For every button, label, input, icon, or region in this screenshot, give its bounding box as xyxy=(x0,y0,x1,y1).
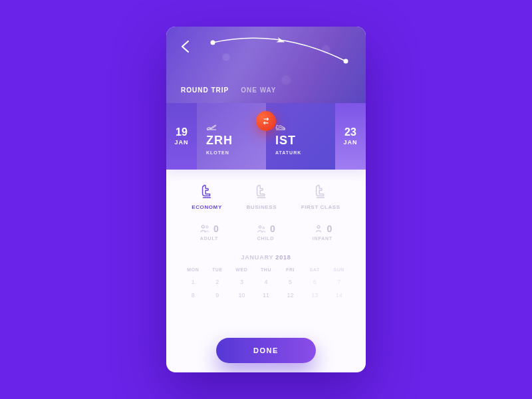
pax-child[interactable]: 0 CHILD xyxy=(256,223,275,241)
return-day: 23 xyxy=(344,127,356,138)
tab-one-way[interactable]: ONE WAY xyxy=(241,86,276,94)
calendar-year: 2018 xyxy=(275,254,291,261)
plane-landing-icon xyxy=(275,120,286,131)
calendar-month: JANUARY xyxy=(241,254,273,261)
pax-child-label: CHILD xyxy=(257,236,274,241)
pax-adult-count: 0 xyxy=(213,223,219,234)
adult-group-icon xyxy=(200,223,210,234)
plane-takeoff-icon xyxy=(206,120,217,131)
tab-round-trip[interactable]: ROUND TRIP xyxy=(181,86,229,94)
origin-code: ZRH xyxy=(206,134,257,148)
calendar-dow: THU xyxy=(254,267,279,272)
cabin-first[interactable]: FIRST CLASS xyxy=(301,184,340,210)
cabin-economy[interactable]: ECONOMY xyxy=(192,184,222,210)
calendar-day[interactable]: 9 xyxy=(205,287,230,299)
cabin-business-label: BUSINESS xyxy=(246,204,277,210)
destination-airport: ATATURK xyxy=(275,150,326,155)
cabin-business[interactable]: BUSINESS xyxy=(246,184,277,210)
swap-button[interactable] xyxy=(256,111,276,131)
calendar-day[interactable]: 6 xyxy=(303,273,327,285)
pax-infant[interactable]: 0 INFANT xyxy=(313,223,332,241)
calendar-day[interactable]: 2 xyxy=(205,273,230,285)
seat-icon xyxy=(200,184,214,200)
cabin-class-row: ECONOMY BUSINESS FIRST CLASS xyxy=(166,170,366,219)
depart-day: 19 xyxy=(176,127,188,138)
depart-date-chip[interactable]: 19 JAN xyxy=(166,103,197,170)
pax-infant-label: INFANT xyxy=(313,236,332,241)
seat-icon xyxy=(313,184,328,200)
flight-booking-screen: ROUND TRIP ONE WAY 19 JAN ZRH KLOTEN IST… xyxy=(166,27,366,372)
calendar-title: JANUARY 2018 xyxy=(166,254,366,261)
return-date-chip[interactable]: 23 JAN xyxy=(335,103,366,170)
seat-icon xyxy=(254,184,269,200)
calendar-dow: SAT xyxy=(303,267,327,272)
done-button[interactable]: DONE xyxy=(216,338,316,363)
svg-point-0 xyxy=(211,41,215,45)
calendar-day[interactable]: 11 xyxy=(254,287,279,299)
child-group-icon xyxy=(256,223,267,234)
calendar-day[interactable]: 1 xyxy=(181,273,205,285)
flight-path-icon xyxy=(206,35,352,68)
svg-point-3 xyxy=(206,226,208,228)
calendar-dow: MON xyxy=(181,267,205,272)
cabin-first-label: FIRST CLASS xyxy=(301,204,340,210)
infant-icon xyxy=(313,223,324,234)
origin-card[interactable]: ZRH KLOTEN xyxy=(197,103,266,170)
calendar-dow: SUN xyxy=(327,267,351,272)
calendar-day[interactable]: 13 xyxy=(303,287,327,299)
svg-point-6 xyxy=(317,225,320,228)
svg-point-5 xyxy=(263,227,265,229)
calendar-day[interactable]: 4 xyxy=(254,273,279,285)
calendar-day[interactable]: 12 xyxy=(278,287,303,299)
calendar-day[interactable]: 8 xyxy=(181,287,205,299)
calendar-day[interactable]: 5 xyxy=(278,273,303,285)
trip-type-tabs: ROUND TRIP ONE WAY xyxy=(181,86,277,94)
back-arrow-icon xyxy=(178,39,194,55)
route-row: 19 JAN ZRH KLOTEN IST ATATURK 23 JAN xyxy=(166,103,366,170)
calendar-grid: MONTUEWEDTHUFRISATSUN1234567891011121314 xyxy=(166,261,366,300)
pax-infant-count: 0 xyxy=(327,223,332,234)
calendar-dow: WED xyxy=(229,267,254,272)
swap-icon xyxy=(261,116,271,126)
calendar-dow: FRI xyxy=(278,267,303,272)
header: ROUND TRIP ONE WAY xyxy=(166,27,366,103)
calendar-dow: TUE xyxy=(205,267,230,272)
svg-point-4 xyxy=(259,226,261,228)
destination-code: IST xyxy=(275,134,326,148)
calendar-day[interactable]: 14 xyxy=(327,287,351,299)
pax-adult[interactable]: 0 ADULT xyxy=(200,223,219,241)
svg-point-2 xyxy=(201,225,204,228)
pax-child-count: 0 xyxy=(270,223,275,234)
calendar-day[interactable]: 7 xyxy=(327,273,351,285)
svg-point-1 xyxy=(344,59,348,64)
passenger-row: 0 ADULT 0 CHILD 0 INFANT xyxy=(166,219,366,251)
origin-airport: KLOTEN xyxy=(206,150,257,155)
return-month: JAN xyxy=(343,139,357,146)
calendar-day[interactable]: 10 xyxy=(229,287,254,299)
cabin-economy-label: ECONOMY xyxy=(192,204,222,210)
calendar-day[interactable]: 3 xyxy=(229,273,254,285)
destination-card[interactable]: IST ATATURK xyxy=(266,103,335,170)
pax-adult-label: ADULT xyxy=(200,236,218,241)
depart-month: JAN xyxy=(174,139,188,146)
back-button[interactable] xyxy=(178,39,194,55)
